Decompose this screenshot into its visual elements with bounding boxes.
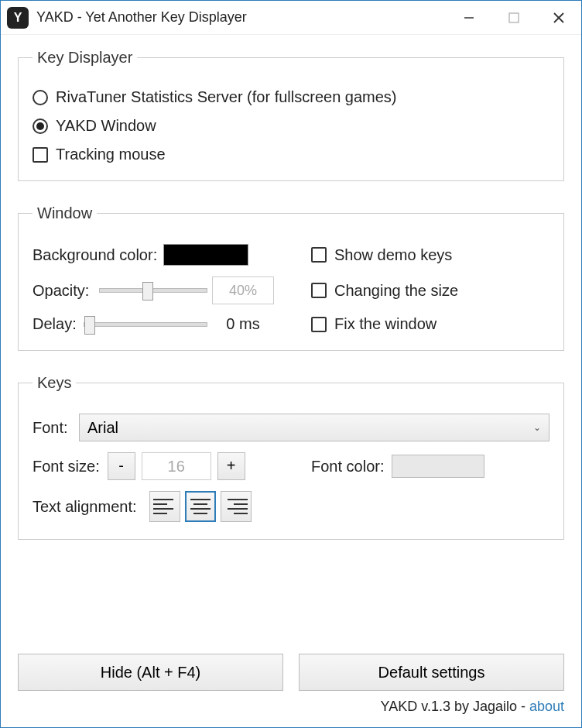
group-key-displayer-legend: Key Displayer — [33, 49, 137, 67]
group-keys: Keys Font: Arial ⌄ Font size: - 16 + Fon… — [18, 374, 564, 540]
opacity-slider[interactable] — [99, 288, 207, 293]
maximize-button — [491, 1, 536, 35]
checkbox-tracking-mouse[interactable] — [33, 147, 48, 163]
check-row-demo[interactable]: Show demo keys — [311, 246, 452, 264]
group-window: Window Background color: Show demo keys … — [18, 204, 564, 351]
align-center-button[interactable] — [185, 491, 216, 522]
delay-value: 0 ms — [212, 315, 274, 333]
delay-slider-thumb[interactable] — [84, 316, 95, 335]
align-right-button[interactable] — [221, 491, 252, 522]
fontsize-input[interactable]: 16 — [142, 452, 211, 480]
about-link[interactable]: about — [529, 699, 564, 714]
check-row-fix[interactable]: Fix the window — [311, 315, 436, 333]
svg-rect-1 — [509, 13, 519, 22]
opacity-value[interactable]: 40% — [212, 276, 274, 304]
maximize-icon — [508, 12, 519, 23]
app-icon: Y — [7, 7, 29, 29]
fontsize-label: Font size: — [33, 458, 100, 476]
checkbox-tracking-mouse-label: Tracking mouse — [56, 146, 166, 163]
minimize-icon — [464, 12, 474, 23]
chevron-down-icon: ⌄ — [533, 422, 541, 433]
font-select-value: Arial — [87, 419, 118, 437]
delay-slider[interactable] — [84, 322, 207, 327]
fontsize-increase-button[interactable]: + — [217, 452, 245, 480]
checkbox-changing-size[interactable] — [311, 283, 327, 298]
radio-riva[interactable] — [33, 90, 48, 105]
bgcolor-label: Background color: — [33, 246, 157, 264]
opacity-label: Opacity: — [33, 282, 94, 300]
minimize-button[interactable] — [447, 1, 491, 35]
radio-row-yakd[interactable]: YAKD Window — [33, 117, 549, 135]
delay-label: Delay: — [33, 315, 79, 333]
group-window-legend: Window — [33, 204, 97, 222]
radio-row-riva[interactable]: RivaTuner Statistics Server (for fullscr… — [33, 88, 549, 106]
footer: YAKD v.1.3 by Jagailo - about — [18, 699, 564, 719]
font-select[interactable]: Arial ⌄ — [79, 414, 549, 441]
checkbox-changing-size-label: Changing the size — [334, 282, 458, 300]
font-label: Font: — [33, 419, 79, 437]
checkbox-show-demo-label: Show demo keys — [334, 246, 452, 264]
bgcolor-swatch[interactable] — [163, 244, 248, 266]
window-title: YAKD - Yet Another Key Displayer — [36, 9, 447, 26]
align-left-button[interactable] — [149, 491, 180, 522]
titlebar: Y YAKD - Yet Another Key Displayer — [1, 1, 581, 35]
group-key-displayer: Key Displayer RivaTuner Statistics Serve… — [18, 49, 564, 181]
checkbox-show-demo[interactable] — [311, 247, 327, 263]
checkbox-fix-window-label: Fix the window — [334, 315, 436, 333]
checkbox-fix-window[interactable] — [311, 317, 327, 332]
fontcolor-swatch[interactable] — [392, 455, 484, 478]
radio-riva-label: RivaTuner Statistics Server (for fullscr… — [56, 88, 397, 106]
close-button[interactable] — [536, 1, 581, 35]
close-icon — [553, 12, 565, 24]
check-row-mouse[interactable]: Tracking mouse — [33, 146, 549, 163]
content-area: Key Displayer RivaTuner Statistics Serve… — [1, 35, 581, 727]
bottom-buttons: Hide (Alt + F4) Default settings — [18, 654, 564, 691]
footer-text: YAKD v.1.3 by Jagailo - — [381, 699, 529, 714]
default-settings-button[interactable]: Default settings — [299, 654, 564, 691]
fontsize-decrease-button[interactable]: - — [108, 452, 135, 480]
app-window: Y YAKD - Yet Another Key Displayer Key D… — [0, 0, 582, 728]
radio-yakd[interactable] — [33, 118, 48, 134]
text-align-label: Text alignment: — [33, 498, 137, 516]
check-row-size[interactable]: Changing the size — [311, 282, 458, 300]
hide-button[interactable]: Hide (Alt + F4) — [18, 654, 283, 691]
radio-yakd-label: YAKD Window — [56, 117, 156, 135]
group-keys-legend: Keys — [33, 374, 76, 392]
opacity-slider-thumb[interactable] — [142, 282, 153, 300]
fontcolor-label: Font color: — [311, 458, 384, 476]
